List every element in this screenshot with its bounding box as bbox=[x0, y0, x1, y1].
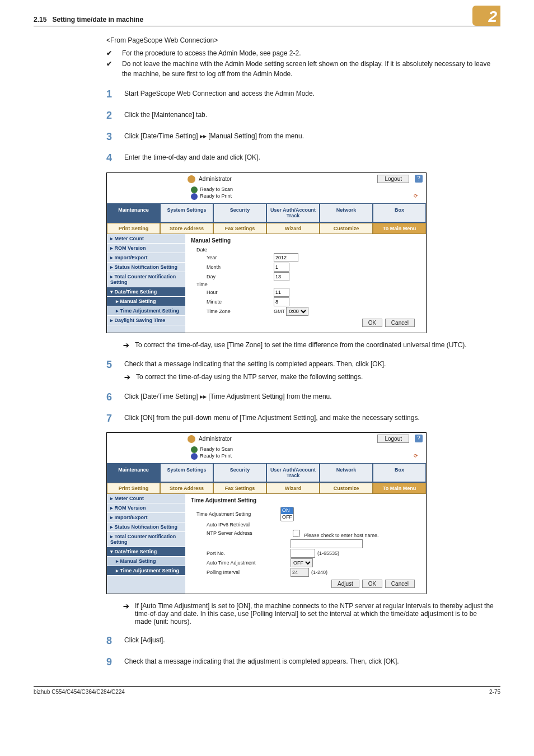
tab-user[interactable]: User Auth/Account Track bbox=[266, 203, 320, 222]
subtab-print[interactable]: Print Setting bbox=[107, 483, 160, 494]
side-status-notif[interactable]: ▸ Status Notification Setting bbox=[107, 263, 185, 272]
help-icon[interactable]: ? bbox=[415, 435, 423, 442]
subtab-fax[interactable]: Fax Settings bbox=[213, 223, 266, 234]
cancel-button[interactable]: Cancel bbox=[385, 319, 415, 327]
subtab-tomain[interactable]: To Main Menu bbox=[373, 223, 426, 234]
subtab-print[interactable]: Print Setting bbox=[107, 223, 160, 234]
ok-button[interactable]: OK bbox=[362, 580, 382, 588]
side-import[interactable]: ▸ Import/Export bbox=[107, 513, 185, 522]
reload-icon[interactable]: ⟳ bbox=[414, 193, 421, 201]
subtab-wizard[interactable]: Wizard bbox=[266, 223, 320, 234]
tz-prefix: GMT bbox=[274, 309, 285, 314]
time-label: Time bbox=[191, 282, 264, 287]
tab-maintenance[interactable]: Maintenance bbox=[107, 203, 160, 222]
year-input[interactable] bbox=[274, 253, 298, 262]
reload-icon[interactable]: ⟳ bbox=[414, 453, 421, 461]
screenshot-time-adjustment: Administrator Logout ? Ready to Scan Rea… bbox=[106, 432, 427, 594]
side-meter[interactable]: ▸ Meter Count bbox=[107, 234, 185, 244]
ntp-label: NTP Server Address bbox=[191, 530, 291, 536]
side-total-counter[interactable]: ▸ Total Counter Notification Setting bbox=[107, 272, 185, 287]
side-status-notif[interactable]: ▸ Status Notification Setting bbox=[107, 522, 185, 532]
minute-input[interactable] bbox=[274, 297, 289, 306]
role-label: Administrator bbox=[199, 176, 232, 182]
tab-box[interactable]: Box bbox=[373, 203, 426, 222]
month-label: Month bbox=[191, 264, 274, 270]
month-input[interactable] bbox=[274, 263, 289, 272]
tab-system[interactable]: System Settings bbox=[160, 463, 213, 482]
tab-network[interactable]: Network bbox=[320, 463, 373, 482]
tab-maintenance[interactable]: Maintenance bbox=[107, 463, 160, 482]
port-input[interactable] bbox=[291, 549, 315, 558]
bullet-text: Do not leave the machine with the Admin … bbox=[122, 59, 495, 79]
print-status-icon bbox=[191, 453, 198, 460]
check-mark: ✔ bbox=[106, 49, 114, 58]
step-number: 9 bbox=[106, 655, 114, 669]
tab-security[interactable]: Security bbox=[213, 203, 266, 222]
ok-button[interactable]: OK bbox=[362, 319, 382, 327]
side-import[interactable]: ▸ Import/Export bbox=[107, 253, 185, 263]
poll-input[interactable] bbox=[291, 568, 309, 577]
step-sub-text: To correct the time-of-day, use [Time Zo… bbox=[135, 341, 467, 349]
tab-user[interactable]: User Auth/Account Track bbox=[266, 463, 320, 482]
step-text: Click [ON] from the pull-down menu of [T… bbox=[124, 411, 495, 423]
tab-security[interactable]: Security bbox=[213, 463, 266, 482]
side-manual[interactable]: ▸ Manual Setting bbox=[107, 297, 185, 306]
ipv6-label: Auto IPv6 Retrieval bbox=[191, 522, 291, 528]
cancel-button[interactable]: Cancel bbox=[385, 580, 415, 588]
step-list: 1Start PageScope Web Connection and acce… bbox=[106, 87, 495, 165]
side-timeadj[interactable]: ▸ Time Adjustment Setting bbox=[107, 566, 185, 576]
panel-title: Time Adjustment Setting bbox=[191, 497, 420, 503]
subtab-wizard[interactable]: Wizard bbox=[266, 483, 320, 494]
step-sub-text: If [Auto Time Adjustment] is set to [ON]… bbox=[135, 602, 495, 626]
hour-input[interactable] bbox=[274, 288, 289, 297]
side-meter[interactable]: ▸ Meter Count bbox=[107, 494, 185, 503]
ntp-check[interactable] bbox=[293, 530, 300, 537]
port-label: Port No. bbox=[191, 550, 291, 556]
panel-title: Manual Setting bbox=[191, 237, 420, 244]
logout-button[interactable]: Logout bbox=[377, 175, 409, 183]
day-label: Day bbox=[191, 274, 274, 279]
day-input[interactable] bbox=[274, 272, 289, 281]
adjust-button[interactable]: Adjust bbox=[331, 580, 359, 588]
arrow-icon: ➔ bbox=[123, 602, 129, 626]
sidebar: ▸ Meter Count ▸ ROM Version ▸ Import/Exp… bbox=[107, 494, 185, 594]
step-text: Check that a message indicating that the… bbox=[124, 360, 495, 369]
timeadj-label: Time Adjustment Setting bbox=[191, 511, 280, 517]
step-text: Click the [Maintenance] tab. bbox=[124, 108, 495, 120]
subtab-customize[interactable]: Customize bbox=[320, 223, 373, 234]
ready-print: Ready to Print bbox=[200, 193, 232, 199]
side-rom[interactable]: ▸ ROM Version bbox=[107, 244, 185, 253]
subtab-customize[interactable]: Customize bbox=[320, 483, 373, 494]
side-dst[interactable]: ▸ Daylight Saving Time bbox=[107, 316, 185, 325]
tab-box[interactable]: Box bbox=[373, 463, 426, 482]
subtab-store[interactable]: Store Address bbox=[160, 483, 213, 494]
side-manual[interactable]: ▸ Manual Setting bbox=[107, 557, 185, 566]
scan-status-icon bbox=[191, 186, 198, 193]
step-number: 4 bbox=[106, 151, 114, 165]
intro-heading: <From PageScope Web Connection> bbox=[106, 36, 495, 44]
logout-button[interactable]: Logout bbox=[377, 435, 409, 443]
tz-select[interactable]: 0:00 bbox=[286, 307, 308, 316]
tab-system[interactable]: System Settings bbox=[160, 203, 213, 222]
tz-label: Time Zone bbox=[191, 309, 274, 314]
subtab-tomain[interactable]: To Main Menu bbox=[373, 483, 426, 494]
role-label: Administrator bbox=[199, 436, 232, 442]
ntp-address-input[interactable] bbox=[291, 539, 363, 548]
side-datetime[interactable]: ▾ Date/Time Setting bbox=[107, 287, 185, 297]
chapter-badge: 2 bbox=[472, 6, 500, 26]
subtab-store[interactable]: Store Address bbox=[160, 223, 213, 234]
scan-status-icon bbox=[191, 446, 198, 453]
tab-network[interactable]: Network bbox=[320, 203, 373, 222]
side-timeadj[interactable]: ▸ Time Adjustment Setting bbox=[107, 306, 185, 316]
side-total-counter[interactable]: ▸ Total Counter Notification Setting bbox=[107, 532, 185, 547]
subtab-fax[interactable]: Fax Settings bbox=[213, 483, 266, 494]
side-rom[interactable]: ▸ ROM Version bbox=[107, 503, 185, 513]
step-number: 6 bbox=[106, 390, 114, 404]
check-mark: ✔ bbox=[106, 59, 114, 79]
step-number: 3 bbox=[106, 129, 114, 144]
auto-select[interactable]: OFF bbox=[291, 558, 313, 567]
timeadj-select[interactable]: ONOFF bbox=[280, 507, 294, 521]
help-icon[interactable]: ? bbox=[415, 175, 423, 183]
step-text: Check that a message indicating that the… bbox=[124, 655, 495, 666]
side-datetime[interactable]: ▾ Date/Time Setting bbox=[107, 547, 185, 557]
